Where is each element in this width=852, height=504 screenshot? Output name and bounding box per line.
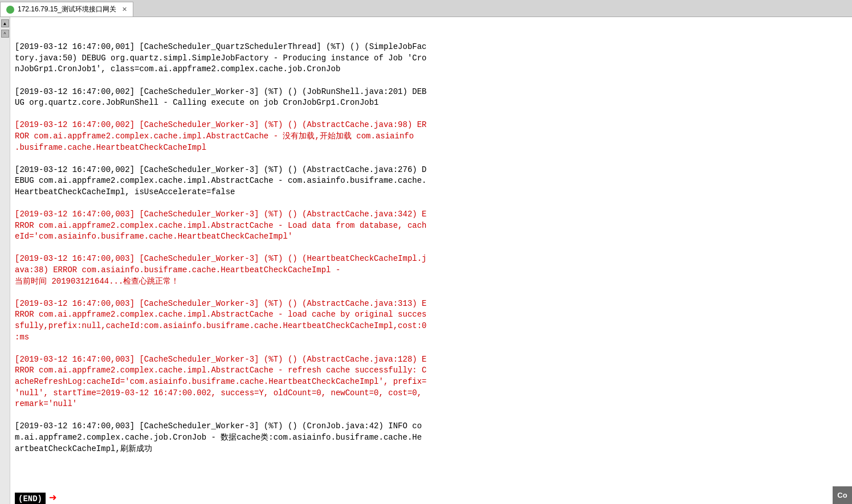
log-line-8: [2019-03-12 16:47:00,003] [CacheSchedule… bbox=[15, 354, 847, 410]
scroll-home-button[interactable]: ^ bbox=[1, 30, 9, 38]
end-section: (END) ➜ bbox=[15, 490, 847, 504]
tab-favicon-icon bbox=[6, 6, 14, 14]
sidebar: ▲ ^ bbox=[0, 17, 10, 504]
log-line-7: [2019-03-12 16:47:00,003] [CacheSchedule… bbox=[15, 298, 847, 343]
log-line-4: [2019-03-12 16:47:00,002] [CacheSchedule… bbox=[15, 165, 847, 198]
tab-bar: 172.16.79.15_测试环境接口网关 ✕ bbox=[0, 0, 852, 17]
arrow-icon: ➜ bbox=[49, 490, 56, 504]
active-tab[interactable]: 172.16.79.15_测试环境接口网关 ✕ bbox=[0, 2, 133, 17]
tab-close-button[interactable]: ✕ bbox=[122, 6, 127, 13]
tab-title: 172.16.79.15_测试环境接口网关 bbox=[18, 5, 116, 14]
browser-window: 172.16.79.15_测试环境接口网关 ✕ ▲ ^ [2019-03-12 … bbox=[0, 0, 852, 504]
log-line-3: [2019-03-12 16:47:00,002] [CacheSchedule… bbox=[15, 120, 847, 153]
log-line-6: [2019-03-12 16:47:00,003] [CacheSchedule… bbox=[15, 253, 847, 287]
content-area: ▲ ^ [2019-03-12 16:47:00,001] [CacheSche… bbox=[0, 17, 852, 504]
bottom-right-indicator: Co bbox=[833, 486, 852, 504]
log-line-5: [2019-03-12 16:47:00,003] [CacheSchedule… bbox=[15, 209, 847, 243]
end-marker: (END) bbox=[15, 493, 46, 504]
log-line-1: [2019-03-12 16:47:00,001] [CacheSchedule… bbox=[15, 42, 847, 75]
log-line-9: [2019-03-12 16:47:00,003] [CacheSchedule… bbox=[15, 421, 847, 454]
log-line-2: [2019-03-12 16:47:00,002] [CacheSchedule… bbox=[15, 87, 847, 109]
log-content[interactable]: [2019-03-12 16:47:00,001] [CacheSchedule… bbox=[10, 17, 852, 504]
scroll-up-button[interactable]: ▲ bbox=[1, 19, 9, 27]
